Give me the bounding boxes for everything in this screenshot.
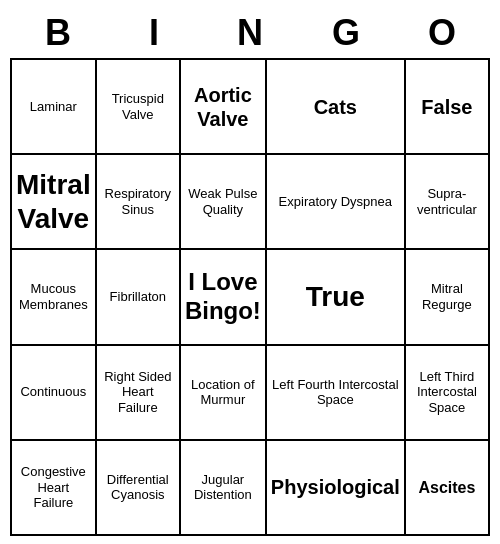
cell-label: Cats: [314, 95, 357, 119]
bingo-cell: Left Fourth Intercostal Space: [267, 346, 406, 441]
bingo-cell: Mitral Valve: [12, 155, 97, 250]
bingo-cell: Congestive Heart Failure: [12, 441, 97, 536]
cell-label: Expiratory Dyspnea: [279, 194, 392, 210]
cell-label: Supra-ventricular: [410, 186, 484, 217]
bingo-cell: Mucous Membranes: [12, 250, 97, 345]
cell-label: Left Third Intercostal Space: [410, 369, 484, 416]
bingo-cell: Continuous: [12, 346, 97, 441]
bingo-letter: I: [106, 8, 202, 58]
bingo-letter: B: [10, 8, 106, 58]
bingo-cell: Tricuspid Valve: [97, 60, 181, 155]
bingo-cell: Laminar: [12, 60, 97, 155]
bingo-cell: Aortic Valve: [181, 60, 267, 155]
cell-label: Jugular Distention: [185, 472, 261, 503]
bingo-cell: Weak Pulse Quality: [181, 155, 267, 250]
bingo-cell: Ascites: [406, 441, 490, 536]
bingo-cell: Jugular Distention: [181, 441, 267, 536]
bingo-cell: Right Sided Heart Failure: [97, 346, 181, 441]
bingo-cell: Supra-ventricular: [406, 155, 490, 250]
cell-label: Differential Cyanosis: [101, 472, 175, 503]
bingo-cell: Respiratory Sinus: [97, 155, 181, 250]
bingo-cell: Expiratory Dyspnea: [267, 155, 406, 250]
bingo-cell: False: [406, 60, 490, 155]
bingo-cell: I Love Bingo!: [181, 250, 267, 345]
cell-label: Ascites: [418, 478, 475, 497]
bingo-letter: O: [394, 8, 490, 58]
cell-label: Location of Murmur: [185, 377, 261, 408]
cell-label: Continuous: [20, 384, 86, 400]
cell-label: True: [306, 280, 365, 314]
cell-label: Left Fourth Intercostal Space: [271, 377, 400, 408]
cell-label: Mitral Regurge: [410, 281, 484, 312]
cell-label: Respiratory Sinus: [101, 186, 175, 217]
bingo-cell: Physiological: [267, 441, 406, 536]
bingo-cell: Differential Cyanosis: [97, 441, 181, 536]
cell-label: Mucous Membranes: [16, 281, 91, 312]
cell-label: Weak Pulse Quality: [185, 186, 261, 217]
bingo-cell: Cats: [267, 60, 406, 155]
bingo-grid: LaminarTricuspid ValveAortic ValveCatsFa…: [10, 58, 490, 536]
cell-label: Fibrillaton: [110, 289, 166, 305]
cell-label: Mitral Valve: [16, 168, 91, 235]
cell-label: Right Sided Heart Failure: [101, 369, 175, 416]
bingo-cell: Fibrillaton: [97, 250, 181, 345]
cell-label: Laminar: [30, 99, 77, 115]
bingo-cell: Location of Murmur: [181, 346, 267, 441]
cell-label: I Love Bingo!: [185, 268, 261, 326]
bingo-cell: Left Third Intercostal Space: [406, 346, 490, 441]
cell-label: Aortic Valve: [185, 83, 261, 131]
cell-label: Physiological: [271, 475, 400, 499]
cell-label: Tricuspid Valve: [101, 91, 175, 122]
bingo-header: BINGO: [10, 8, 490, 58]
bingo-cell: Mitral Regurge: [406, 250, 490, 345]
bingo-letter: N: [202, 8, 298, 58]
bingo-letter: G: [298, 8, 394, 58]
bingo-cell: True: [267, 250, 406, 345]
cell-label: Congestive Heart Failure: [16, 464, 91, 511]
cell-label: False: [421, 95, 472, 119]
